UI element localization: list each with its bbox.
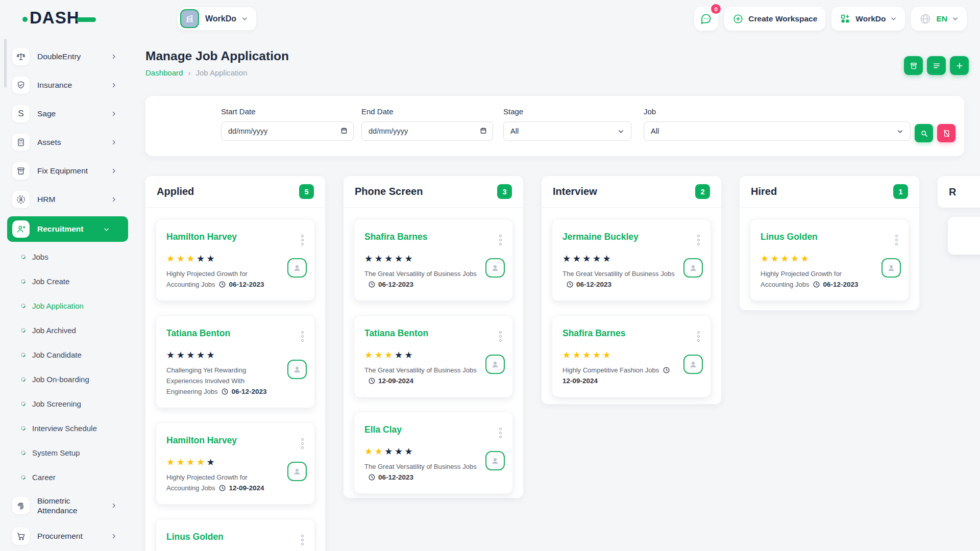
person-icon <box>886 262 897 273</box>
stage-select-value: All <box>510 127 519 135</box>
rating-stars: ★★★★★ <box>166 458 305 467</box>
sidebar-item-job-archived[interactable]: Job Archived <box>0 318 135 342</box>
applicant-name[interactable]: Tatiana Benton <box>364 328 428 339</box>
card-body: Challenging Yet Rewarding Experiences In… <box>166 365 279 397</box>
applicant-name[interactable]: Jermaine Buckley <box>562 232 639 242</box>
create-workspace-button[interactable]: Create Workspace <box>724 7 825 31</box>
applicant-card[interactable]: Linus Golden ★★★★★ Highly Projected Grow… <box>750 219 909 301</box>
applicant-name[interactable]: Hamilton Harvey <box>166 435 237 446</box>
applicant-card[interactable] <box>948 217 980 255</box>
chevron-down-icon <box>890 15 897 22</box>
card-menu-icon[interactable] <box>300 233 305 247</box>
applicant-card[interactable]: Linus Golden <box>156 519 315 551</box>
end-date-input[interactable] <box>361 121 493 141</box>
filter-reset-button[interactable] <box>937 124 955 142</box>
chevron-down-icon <box>241 15 248 22</box>
applicant-name[interactable]: Hamilton Harvey <box>166 232 237 242</box>
avatar[interactable] <box>485 355 505 374</box>
sidebar-item-fix-equipment[interactable]: Fix Equipment <box>0 157 135 185</box>
avatar[interactable] <box>485 451 505 470</box>
applicant-name[interactable]: Linus Golden <box>166 532 224 542</box>
sidebar-item-job-onboarding[interactable]: Job On-boarding <box>0 367 135 391</box>
sidebar-item-job-create[interactable]: Job Create <box>0 269 135 293</box>
card-menu-icon[interactable] <box>300 437 305 450</box>
column-title: R <box>949 186 956 198</box>
chevron-right-icon <box>111 533 117 539</box>
chevron-down-icon <box>618 128 624 135</box>
applicant-card[interactable]: Tatiana Benton ★★★★★ Challenging Yet Rew… <box>156 315 315 408</box>
card-menu-icon[interactable] <box>300 330 305 343</box>
applicant-card[interactable]: Tatiana Benton ★★★★★ The Great Versatili… <box>354 315 513 397</box>
start-date-input[interactable] <box>221 121 354 141</box>
card-menu-icon[interactable] <box>894 233 899 247</box>
sidebar-item-insurance[interactable]: Insurance <box>0 71 135 99</box>
avatar[interactable] <box>683 355 703 374</box>
sidebar-item-jobs[interactable]: Jobs <box>0 244 135 269</box>
card-menu-icon[interactable] <box>696 330 701 343</box>
rating-stars: ★★★★★ <box>562 254 701 263</box>
applicant-card[interactable]: Hamilton Harvey ★★★★★ Highly Projected G… <box>156 422 315 505</box>
list-view-button[interactable] <box>927 56 946 75</box>
calendar-icon[interactable] <box>340 127 348 135</box>
sidebar-item-career[interactable]: Career <box>0 465 135 489</box>
avatar[interactable] <box>881 258 901 278</box>
language-selector[interactable]: EN <box>911 7 967 31</box>
sidebar-item-doubleentry[interactable]: DoubleEntry <box>0 42 135 71</box>
avatar[interactable] <box>683 258 703 278</box>
sidebar-item-recruitment[interactable]: Recruitment <box>7 216 128 242</box>
clock-icon <box>663 366 670 374</box>
sidebar-item-interview-schedule[interactable]: Interview Schedule <box>0 416 135 440</box>
person-icon <box>291 262 303 273</box>
sidebar-item-system-setup[interactable]: System Setup <box>0 440 135 465</box>
messages-button[interactable]: 0 <box>694 7 718 31</box>
card-menu-icon[interactable] <box>498 330 503 343</box>
job-select[interactable]: All <box>644 121 911 141</box>
applicant-card[interactable]: Shafira Barnes ★★★★★ Highly Competitive … <box>552 315 711 397</box>
avatar[interactable] <box>287 462 307 481</box>
applicant-name[interactable]: Shafira Barnes <box>562 328 626 339</box>
add-button[interactable] <box>950 56 969 75</box>
chevron-right-icon <box>111 54 117 60</box>
breadcrumb-dashboard-link[interactable]: Dashboard <box>145 68 183 77</box>
filter-search-button[interactable] <box>915 124 933 142</box>
applicant-name[interactable]: Tatiana Benton <box>166 328 230 339</box>
job-select-value: All <box>651 127 659 135</box>
card-menu-icon[interactable] <box>696 233 701 247</box>
submenu-label: Jobs <box>32 253 48 261</box>
stage-select[interactable]: All <box>503 121 631 141</box>
card-menu-icon[interactable] <box>498 233 503 247</box>
avatar[interactable] <box>287 360 307 379</box>
sidebar-item-procurement[interactable]: Procurement <box>0 522 135 550</box>
header-actions: 0 Create Workspace WorkDo EN <box>694 7 967 31</box>
card-menu-icon[interactable] <box>498 426 503 440</box>
applicant-card[interactable]: Shafira Barnes ★★★★★ The Great Versatili… <box>354 219 513 301</box>
column-cards: Shafira Barnes ★★★★★ The Great Versatili… <box>344 208 523 505</box>
messages-badge: 0 <box>711 4 721 14</box>
workspace-name: WorkDo <box>205 14 236 23</box>
applicant-card[interactable]: Hamilton Harvey ★★★★★ Highly Projected G… <box>156 219 315 301</box>
page-actions <box>904 56 969 75</box>
card-menu-icon[interactable] <box>300 533 305 547</box>
sidebar-item-sage[interactable]: S Sage <box>0 99 135 128</box>
applicant-card[interactable]: Ella Clay ★★★★★ The Great Versatility of… <box>354 412 513 494</box>
stage-label: Stage <box>503 107 631 116</box>
sidebar-item-job-application[interactable]: Job Application <box>0 293 135 318</box>
calendar-icon[interactable] <box>479 127 487 135</box>
sidebar-item-job-screening[interactable]: Job Screening <box>0 391 135 416</box>
applicant-name[interactable]: Ella Clay <box>364 424 402 435</box>
avatar[interactable] <box>485 258 505 278</box>
column-cards: Hamilton Harvey ★★★★★ Highly Projected G… <box>145 208 325 551</box>
sidebar-item-hrm[interactable]: HRM <box>0 185 135 214</box>
card-body: Highly Projected Growth for Accounting J… <box>761 268 873 290</box>
applicant-name[interactable]: Linus Golden <box>761 232 818 242</box>
sidebar-item-assets[interactable]: Assets <box>0 128 135 157</box>
workspace-menu-button[interactable]: WorkDo <box>831 7 905 31</box>
archive-button[interactable] <box>904 56 923 75</box>
applicant-name[interactable]: Shafira Barnes <box>364 232 428 242</box>
sidebar-item-biometric-attendance[interactable]: Biometric Attendance <box>0 489 135 522</box>
applicant-card[interactable]: Jermaine Buckley ★★★★★ The Great Versati… <box>552 219 711 301</box>
sidebar-item-job-candidate[interactable]: Job Candidate <box>0 342 135 367</box>
avatar[interactable] <box>287 258 307 278</box>
bullet-icon <box>20 425 27 432</box>
workspace-selector[interactable]: WorkDo <box>177 7 257 31</box>
